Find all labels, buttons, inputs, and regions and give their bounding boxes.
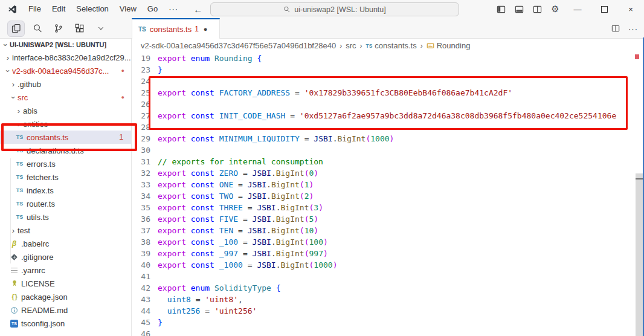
- breadcrumb-label: constants.ts: [375, 41, 416, 50]
- code-line: 40export const _1000 = JSBI.BigInt(1000): [132, 259, 634, 271]
- tree-item-v2-sdk-00a1eca9456d37c-[interactable]: ›v2-sdk-00a1eca9456d37c...●: [0, 64, 131, 77]
- tab-strip-row: TS constants.ts 1 ● ···: [0, 18, 644, 39]
- window-maximize-button[interactable]: [591, 0, 617, 18]
- gear-icon[interactable]: ⚙: [546, 0, 564, 18]
- code-line-text: export const ZERO = JSBI.BigInt(0): [158, 167, 318, 179]
- activity-explorer-icon[interactable]: [7, 21, 25, 37]
- workspace-title: UI-UNISWAP2 [WSL: UBUNTU]: [10, 41, 106, 48]
- code-line: 33export const ONE = JSBI.BigInt(1): [132, 179, 634, 190]
- breadcrumb-item-1[interactable]: v2-sdk-00a1eca9456d37c3d467f56e57a0496d1…: [141, 41, 336, 50]
- babel-icon: β: [9, 239, 19, 248]
- chevron-right-icon: ›: [9, 80, 18, 88]
- tree-item-label: README.md: [21, 306, 68, 315]
- activity-more-views-chevron-icon[interactable]: [92, 21, 109, 37]
- yarn-icon: [9, 268, 19, 273]
- tree-item-package-json[interactable]: {}package.json: [0, 290, 131, 303]
- code-line: 36export const FIVE = JSBI.BigInt(5): [132, 213, 634, 225]
- code-line-text: }: [158, 64, 163, 76]
- breadcrumb-label: Rounding: [437, 41, 471, 50]
- tree-item-label: errors.ts: [27, 160, 56, 169]
- line-number: 23: [132, 64, 150, 76]
- tree-item--yarnrc[interactable]: .yarnrc: [0, 263, 131, 277]
- tree-item-tsconfig-json[interactable]: TStsconfig.json: [0, 317, 131, 330]
- line-number: 35: [132, 202, 150, 213]
- title-bar: FileEditSelectionViewGo ··· ← → ui-unisw…: [0, 0, 644, 18]
- code-line-text: export const _997 = JSBI.BigInt(997): [158, 248, 328, 259]
- code-line-text: uint256 = 'uint256': [158, 305, 257, 317]
- line-number: 24: [132, 76, 150, 87]
- chevron-right-icon: ›: [9, 227, 18, 234]
- symbol-enum-icon: [427, 42, 434, 50]
- code-line: 19export enum Rounding {: [132, 53, 634, 64]
- tree-item--babelrc[interactable]: β.babelrc: [0, 237, 131, 250]
- tree-item-router-ts[interactable]: TSrouter.ts: [0, 197, 131, 210]
- command-center-search[interactable]: ui-uniswap2 [WSL: Ubuntu]: [210, 2, 459, 16]
- layout-sidebar-right-icon[interactable]: [528, 0, 546, 18]
- tree-item-test[interactable]: ›test: [0, 224, 131, 237]
- breadcrumb-item-4[interactable]: Rounding: [427, 41, 471, 50]
- nav-back-button[interactable]: ←: [193, 4, 202, 15]
- split-editor-icon[interactable]: [611, 24, 620, 33]
- explorer-sidebar: › UI-UNISWAP2 [WSL: UBUNTU] ›interface-b…: [0, 39, 132, 336]
- line-number: 27: [132, 110, 150, 121]
- line-number: 39: [132, 248, 150, 259]
- activity-extensions-icon[interactable]: [71, 21, 88, 37]
- code-line: 32export const ZERO = JSBI.BigInt(0): [132, 167, 634, 179]
- tree-item-fetcher-ts[interactable]: TSfetcher.ts: [0, 170, 131, 184]
- tree-item--github[interactable]: ›.github: [0, 77, 131, 91]
- line-number: 44: [132, 305, 150, 317]
- typescript-icon: TS: [14, 187, 25, 193]
- tree-item-abis[interactable]: ›abis: [0, 104, 131, 117]
- menu-item-edit[interactable]: Edit: [47, 0, 71, 18]
- window-minimize-button[interactable]: —: [564, 0, 591, 18]
- tree-item-readme-md[interactable]: README.md: [0, 303, 131, 317]
- tree-item-utils-ts[interactable]: TSutils.ts: [0, 210, 131, 224]
- code-line: 23}: [132, 64, 634, 76]
- breadcrumb-item-2[interactable]: src: [346, 41, 356, 50]
- line-number: 38: [132, 236, 150, 248]
- code-line: 45}: [132, 317, 634, 328]
- code-line: 35export const THREE = JSBI.BigInt(3): [132, 202, 634, 213]
- menu-more-button[interactable]: ···: [163, 0, 184, 18]
- typescript-icon: TS: [9, 320, 19, 328]
- layout-sidebar-left-icon[interactable]: [492, 0, 510, 18]
- tree-item-license[interactable]: LICENSE: [0, 277, 131, 290]
- menu-item-go[interactable]: Go: [142, 0, 163, 18]
- menu-item-file[interactable]: File: [23, 0, 47, 18]
- tree-item-interface-b8c383c20e1a9d2cf29-[interactable]: ›interface-b8c383c20e1a9d2cf29...: [0, 51, 131, 64]
- tab-constants-ts[interactable]: TS constants.ts 1 ●: [132, 18, 220, 39]
- workspace-header[interactable]: › UI-UNISWAP2 [WSL: UBUNTU]: [0, 39, 131, 51]
- tree-item-index-ts[interactable]: TSindex.ts: [0, 184, 131, 197]
- window-close-button[interactable]: ×: [617, 0, 644, 18]
- license-icon: [9, 279, 19, 288]
- tree-item-label: router.ts: [27, 199, 55, 208]
- typescript-file-icon: TS: [138, 26, 146, 33]
- tree-item-errors-ts[interactable]: TSerrors.ts: [0, 157, 131, 170]
- code-line: 29export const MINIMUM_LIQUIDITY = JSBI.…: [132, 133, 634, 144]
- tree-item-label: package.json: [21, 292, 68, 302]
- typescript-icon: TS: [14, 174, 25, 180]
- tab-label: constants.ts: [150, 25, 192, 34]
- activity-search-icon[interactable]: [28, 21, 46, 37]
- file-tree: ›interface-b8c383c20e1a9d2cf29...›v2-sdk…: [0, 51, 131, 330]
- activity-source-control-icon[interactable]: [50, 21, 67, 37]
- menu-item-view[interactable]: View: [114, 0, 142, 18]
- line-number: 33: [132, 179, 150, 190]
- tree-item-label: abis: [23, 106, 37, 115]
- overview-ruler-error-mark: [635, 54, 639, 59]
- search-icon: [283, 6, 291, 13]
- code-line-text: export const TEN = JSBI.BigInt(10): [158, 225, 318, 236]
- tree-item--gitignore[interactable]: .gitignore: [0, 250, 131, 263]
- tree-item-src[interactable]: ›src●: [0, 91, 131, 104]
- editor-more-actions-icon[interactable]: ···: [628, 24, 638, 33]
- menu-item-selection[interactable]: Selection: [71, 0, 114, 18]
- layout-panel-icon[interactable]: [510, 0, 528, 18]
- typescript-icon: TS: [14, 201, 25, 207]
- tree-item-label: fetcher.ts: [27, 173, 59, 182]
- code-line-text: export enum Rounding {: [158, 53, 262, 64]
- tree-item-label: interface-b8c383c20e1a9d2cf29...: [12, 53, 131, 62]
- breadcrumb-item-3[interactable]: TSconstants.ts: [365, 41, 416, 50]
- modified-dot-icon: ●: [121, 94, 124, 100]
- code-line: 39export const _997 = JSBI.BigInt(997): [132, 248, 634, 259]
- line-number: 37: [132, 225, 150, 236]
